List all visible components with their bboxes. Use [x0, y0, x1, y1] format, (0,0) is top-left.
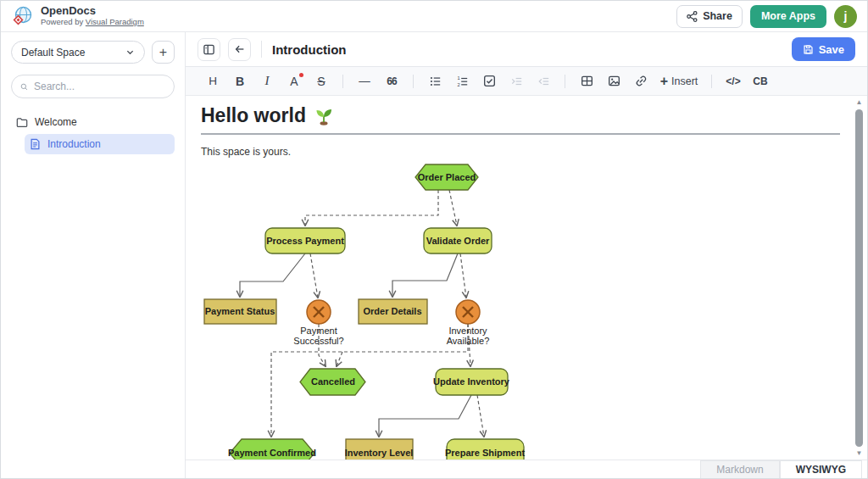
blockquote-button[interactable]: 66 — [381, 70, 403, 92]
italic-button[interactable]: I — [256, 70, 278, 92]
node-payment-confirmed: Payment Confirmed — [228, 439, 316, 460]
save-button[interactable]: Save — [792, 37, 855, 61]
bullet-list-button[interactable] — [424, 70, 446, 92]
svg-text:Inventory: Inventory — [448, 326, 487, 336]
image-icon — [608, 75, 620, 87]
tab-markdown[interactable]: Markdown — [700, 460, 779, 478]
space-selector[interactable]: Default Space — [11, 41, 145, 64]
connector-updateinventory-inventorylevel — [379, 395, 471, 437]
search-box[interactable] — [11, 75, 175, 98]
header-divider — [261, 41, 262, 58]
flowchart-diagram[interactable]: Order Placed Process Payment Validate Or… — [198, 159, 587, 460]
toolbar-separator — [711, 75, 712, 88]
text-color-button[interactable]: A — [283, 70, 305, 92]
powered-by: Powered by Visual Paradigm — [41, 18, 144, 27]
bold-button[interactable]: B — [229, 70, 251, 92]
svg-text:Update Inventory: Update Inventory — [433, 376, 510, 387]
more-apps-button[interactable]: More Apps — [750, 5, 826, 28]
connector-horizontal-cancelled — [337, 352, 342, 366]
link-icon — [635, 75, 648, 87]
svg-text:Order Placed: Order Placed — [418, 172, 476, 182]
node-payment-status: Payment Status — [204, 299, 276, 324]
svg-text:Validate Order: Validate Order — [426, 236, 490, 246]
numbered-list-button[interactable]: 1 2 — [451, 70, 473, 92]
bullet-list-icon — [429, 75, 442, 87]
main-area: Introduction Save H B I A S — 66 — [186, 32, 867, 478]
avatar[interactable]: j — [834, 5, 857, 28]
doc-paragraph: This space is yours. — [201, 146, 852, 158]
heading-button[interactable]: H — [202, 70, 224, 92]
top-bar: OpenDocs Powered by Visual Paradigm Shar… — [1, 1, 867, 32]
visual-paradigm-link[interactable]: Visual Paradigm — [86, 17, 144, 26]
numbered-list-icon: 1 2 — [456, 75, 469, 87]
connector-orderplaced-processpayment — [305, 190, 438, 226]
horizontal-rule-button[interactable]: — — [353, 70, 376, 92]
back-button[interactable] — [228, 38, 251, 61]
gateway-inventory-available: Inventory Available? — [447, 300, 490, 346]
code-block-button[interactable]: CB — [749, 70, 771, 92]
doc-header: Introduction Save — [186, 32, 867, 67]
strikethrough-button[interactable]: S — [310, 70, 332, 92]
scroll-down-arrow[interactable]: ▼ — [854, 449, 865, 458]
tab-wysiwyg[interactable]: WYSIWYG — [780, 460, 862, 478]
toolbar-separator — [413, 75, 414, 88]
folder-icon — [16, 117, 28, 128]
node-prepare-shipment: Prepare Shipment — [445, 439, 525, 460]
toolbar-separator — [565, 75, 565, 88]
outdent-icon — [537, 75, 550, 87]
connector-processpayment-paymentstatus — [240, 253, 305, 297]
editor-content[interactable]: Hello world This space is yours. — [186, 97, 867, 460]
scroll-up-arrow[interactable]: ▲ — [854, 98, 865, 107]
checkbox-icon — [483, 75, 496, 87]
search-input[interactable] — [34, 81, 165, 92]
node-validate-order: Validate Order — [424, 228, 492, 253]
new-space-button[interactable]: + — [152, 41, 175, 64]
toggle-sidebar-button[interactable] — [198, 38, 220, 61]
svg-text:Inventory Level: Inventory Level — [345, 448, 414, 458]
connector-updateinventory-prepareshipment — [477, 395, 484, 437]
svg-text:Available?: Available? — [447, 336, 490, 346]
brand: OpenDocs Powered by Visual Paradigm — [11, 5, 144, 28]
svg-text:Order Details: Order Details — [363, 306, 421, 316]
table-icon — [581, 75, 593, 87]
toolbar-separator — [342, 75, 343, 88]
link-button[interactable] — [630, 70, 652, 92]
connector-processpayment-gateway1 — [310, 253, 318, 298]
arrow-left-icon — [234, 43, 246, 55]
app-name: OpenDocs — [41, 5, 144, 18]
svg-text:Cancelled: Cancelled — [311, 376, 355, 387]
share-icon — [687, 11, 698, 22]
svg-text:Payment Status: Payment Status — [205, 306, 275, 316]
connector-validateorder-gateway2 — [460, 253, 466, 298]
editor-mode-bar: Markdown WYSIWYG — [186, 460, 867, 478]
node-order-placed: Order Placed — [415, 164, 478, 190]
outdent-button[interactable] — [532, 70, 554, 92]
node-process-payment: Process Payment — [265, 228, 345, 253]
node-inventory-level: Inventory Level — [345, 439, 414, 460]
opendocs-logo-icon — [11, 5, 34, 28]
indent-button[interactable] — [505, 70, 527, 92]
svg-text:1: 1 — [457, 75, 459, 81]
svg-text:Prepare Shipment: Prepare Shipment — [445, 448, 525, 458]
svg-text:Process Payment: Process Payment — [266, 236, 344, 246]
page-tree: Welcome Introduction — [11, 112, 175, 154]
node-order-details: Order Details — [359, 299, 427, 324]
svg-text:Successful?: Successful? — [293, 336, 343, 346]
image-button[interactable] — [603, 70, 625, 92]
sidebar-item-introduction[interactable]: Introduction — [25, 134, 175, 154]
vertical-scrollbar[interactable]: ▲ ▼ — [854, 98, 865, 458]
sidebar-item-welcome[interactable]: Welcome — [11, 112, 175, 132]
table-button[interactable] — [576, 70, 598, 92]
insert-button[interactable]: + Insert — [657, 70, 701, 92]
document-icon — [30, 138, 41, 150]
editor-toolbar: H B I A S — 66 1 2 — [186, 67, 867, 96]
scrollbar-thumb[interactable] — [855, 109, 863, 447]
node-update-inventory: Update Inventory — [433, 369, 510, 395]
svg-text:Payment Confirmed: Payment Confirmed — [228, 448, 316, 458]
opendocs-window: OpenDocs Powered by Visual Paradigm Shar… — [0, 0, 868, 479]
node-cancelled: Cancelled — [300, 369, 365, 395]
sidebar: Default Space + Welcome — [1, 32, 186, 478]
share-button[interactable]: Share — [676, 5, 743, 28]
task-list-button[interactable] — [478, 70, 500, 92]
inline-code-button[interactable]: </> — [722, 70, 744, 92]
